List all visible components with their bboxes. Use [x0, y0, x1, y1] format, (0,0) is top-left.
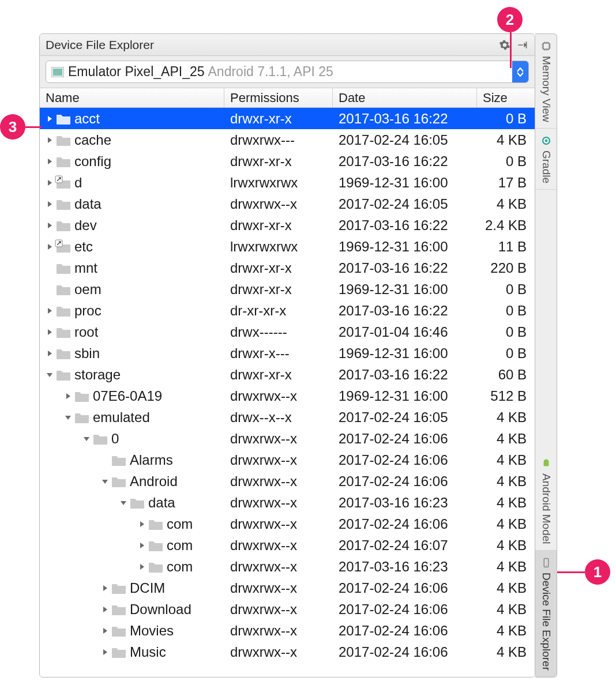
tree-row[interactable]: etclrwxrwxrwx1969-12-31 16:0011 B — [40, 236, 535, 257]
chevron-right-icon[interactable] — [137, 542, 147, 549]
file-name: data — [148, 495, 175, 511]
file-date: 1969-12-31 16:00 — [333, 239, 477, 255]
svg-point-9 — [546, 566, 547, 567]
file-size: 0 B — [477, 324, 535, 340]
chevron-down-icon[interactable] — [44, 371, 55, 378]
tree-row[interactable]: Alarmsdrwxrwx--x2017-02-24 16:064 KB — [40, 449, 535, 471]
tree-row[interactable]: rootdrwx------2017-01-04 16:460 B — [40, 321, 535, 342]
file-size: 0 B — [477, 281, 535, 298]
file-permissions: drwxr-xr-x — [224, 281, 333, 298]
file-size: 220 B — [477, 260, 535, 276]
chevron-right-icon[interactable] — [100, 649, 110, 656]
file-date: 2017-02-24 16:06 — [333, 431, 477, 447]
file-date: 2017-02-24 16:06 — [333, 623, 477, 639]
chevron-down-icon[interactable] — [118, 499, 129, 506]
file-size: 4 KB — [477, 473, 535, 490]
device-name: Emulator Pixel_API_25 — [68, 64, 205, 80]
file-date: 2017-02-24 16:06 — [333, 452, 477, 468]
tree-row[interactable]: procdr-xr-xr-x2017-03-16 16:220 B — [40, 300, 535, 321]
chevron-right-icon[interactable] — [44, 179, 55, 186]
folder-icon — [56, 198, 71, 210]
tree-row[interactable]: comdrwxrwx--x2017-03-16 16:234 KB — [40, 556, 535, 577]
chevron-down-icon[interactable] — [81, 435, 92, 442]
tree-row[interactable]: mntdrwxr-xr-x2017-03-16 16:22220 B — [40, 257, 535, 278]
tree-row[interactable]: acctdrwxr-xr-x2017-03-16 16:220 B — [40, 108, 535, 129]
tree-row[interactable]: Musicdrwxrwx--x2017-02-24 16:064 KB — [40, 641, 535, 663]
tree-row[interactable]: dlrwxrwxrwx1969-12-31 16:0017 B — [40, 172, 535, 193]
folder-icon — [56, 283, 71, 296]
tree-row[interactable]: comdrwxrwx--x2017-02-24 16:064 KB — [40, 513, 535, 535]
chevron-right-icon[interactable] — [44, 137, 55, 144]
hide-panel-icon[interactable] — [515, 38, 529, 52]
file-size: 2.4 KB — [477, 217, 535, 234]
tree-row[interactable]: datadrwxrwx--x2017-03-16 16:234 KB — [40, 492, 535, 513]
file-size: 4 KB — [477, 601, 535, 618]
chevron-right-icon[interactable] — [100, 627, 110, 634]
chevron-right-icon[interactable] — [100, 585, 110, 592]
chevron-right-icon[interactable] — [100, 606, 110, 613]
tree-row[interactable]: 0drwxrwx--x2017-02-24 16:064 KB — [40, 428, 535, 449]
tree-row[interactable]: devdrwxr-xr-x2017-03-16 16:222.4 KB — [40, 214, 535, 236]
tree-row[interactable]: comdrwxrwx--x2017-02-24 16:074 KB — [40, 535, 535, 556]
file-size: 4 KB — [477, 516, 535, 532]
chevron-right-icon[interactable] — [44, 350, 55, 357]
callout-3: 3 — [0, 114, 25, 140]
rail-tab-memory-view[interactable]: Memory View — [535, 34, 557, 129]
file-size: 512 B — [477, 388, 535, 404]
tree-row[interactable]: Moviesdrwxrwx--x2017-02-24 16:064 KB — [40, 620, 535, 641]
file-name: config — [74, 153, 111, 170]
tree-row[interactable]: cachedrwxrwx---2017-02-24 16:054 KB — [40, 129, 535, 150]
column-name[interactable]: Name — [40, 88, 224, 107]
tree-row[interactable]: datadrwxrwx--x2017-02-24 16:054 KB — [40, 193, 535, 214]
file-date: 2017-03-16 16:23 — [333, 495, 477, 511]
tree-row[interactable]: 07E6-0A19drwxrwx--x1969-12-31 16:00512 B — [40, 385, 535, 407]
column-permissions[interactable]: Permissions — [224, 88, 333, 107]
rail-tab-android-model[interactable]: Android Model — [535, 451, 557, 551]
column-size[interactable]: Size — [477, 88, 535, 107]
file-name: d — [74, 175, 82, 191]
chevron-right-icon[interactable] — [137, 521, 147, 528]
file-name: com — [167, 516, 193, 532]
tree-row[interactable]: oemdrwxr-xr-x1969-12-31 16:000 B — [40, 278, 535, 300]
chevron-right-icon[interactable] — [44, 329, 55, 336]
folder-icon — [111, 454, 126, 466]
chevron-right-icon[interactable] — [63, 393, 73, 400]
android-icon — [540, 457, 553, 470]
device-icon — [51, 66, 65, 78]
chevron-right-icon[interactable] — [44, 222, 55, 229]
file-permissions: drwxrwx--x — [224, 388, 333, 404]
file-permissions: drwxr-x--- — [224, 345, 333, 362]
file-date: 2017-03-16 16:22 — [333, 303, 477, 319]
folder-icon — [148, 560, 163, 573]
chevron-down-icon[interactable] — [100, 478, 110, 485]
folder-icon — [148, 518, 163, 530]
tree-row[interactable]: DCIMdrwxrwx--x2017-02-24 16:064 KB — [40, 577, 535, 599]
chevron-right-icon[interactable] — [44, 115, 55, 122]
tree-row[interactable]: configdrwxr-xr-x2017-03-16 16:220 B — [40, 150, 535, 172]
callout-2: 2 — [497, 7, 523, 32]
column-date[interactable]: Date — [333, 88, 477, 107]
chevron-right-icon[interactable] — [44, 158, 55, 165]
tree-row[interactable]: Androiddrwxrwx--x2017-02-24 16:064 KB — [40, 471, 535, 492]
tree-row[interactable]: Downloaddrwxrwx--x2017-02-24 16:064 KB — [40, 599, 535, 620]
tree-row[interactable]: sbindrwxr-x---1969-12-31 16:000 B — [40, 342, 535, 364]
folder-icon — [74, 390, 89, 402]
tree-row[interactable]: storagedrwxr-xr-x2017-03-16 16:2260 B — [40, 364, 535, 385]
chevron-down-icon[interactable] — [63, 414, 73, 421]
device-details: Android 7.1.1, API 25 — [208, 64, 333, 80]
chevron-right-icon[interactable] — [44, 307, 55, 314]
chevron-right-icon[interactable] — [44, 243, 55, 250]
rail-tab-gradle[interactable]: Gradle — [535, 129, 557, 190]
rail-label: Memory View — [540, 56, 553, 122]
file-name: mnt — [74, 260, 97, 276]
file-size: 4 KB — [477, 431, 535, 447]
device-selector[interactable]: Emulator Pixel_API_25 Android 7.1.1, API… — [46, 61, 529, 83]
file-tree[interactable]: acctdrwxr-xr-x2017-03-16 16:220 Bcachedr… — [40, 108, 535, 677]
file-permissions: drwxrwx--- — [224, 132, 333, 148]
chevron-right-icon[interactable] — [44, 201, 55, 208]
folder-icon — [74, 411, 89, 424]
chevron-right-icon[interactable] — [137, 563, 147, 570]
tree-row[interactable]: emulateddrwx--x--x2017-02-24 16:054 KB — [40, 407, 535, 428]
rail-tab-device-file-explorer[interactable]: Device File Explorer — [535, 551, 557, 677]
device-stepper-icon[interactable] — [512, 61, 528, 82]
